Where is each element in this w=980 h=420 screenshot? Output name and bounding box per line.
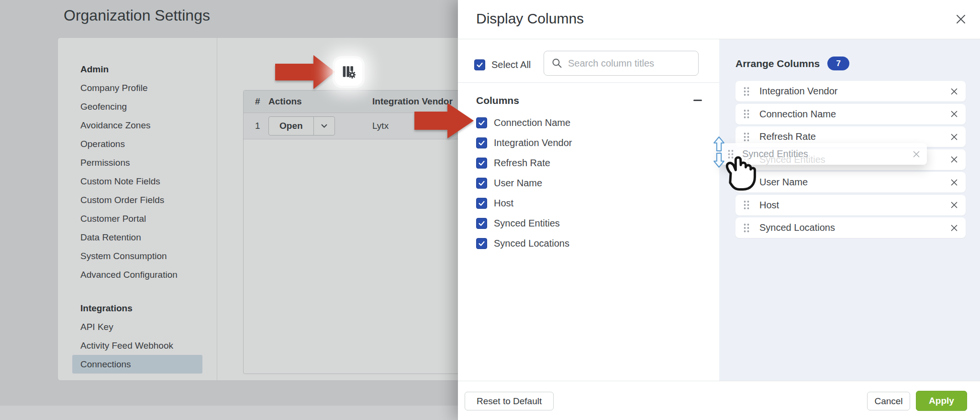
checkmark-icon xyxy=(478,159,486,167)
arrange-column-card[interactable]: Connection Name xyxy=(735,104,966,125)
apply-button[interactable]: Apply xyxy=(916,391,967,411)
modal-title: Display Columns xyxy=(476,11,584,27)
modal-header: Display Columns xyxy=(458,0,980,39)
column-label: Integration Vendor xyxy=(494,137,572,148)
remove-column-icon[interactable] xyxy=(950,88,958,95)
column-checkbox-row[interactable]: Refresh Rate xyxy=(476,153,572,173)
column-checkbox[interactable] xyxy=(476,137,487,148)
arrange-column-card[interactable]: User Name xyxy=(735,172,966,193)
column-count-badge: 7 xyxy=(827,57,849,70)
column-checkbox[interactable] xyxy=(476,158,487,169)
arrange-columns-heading: Arrange Columns xyxy=(735,58,820,69)
modal-footer: Reset to Default Cancel Apply xyxy=(458,381,980,420)
columns-section-heading: Columns xyxy=(476,95,519,106)
select-all-checkbox[interactable] xyxy=(474,59,485,70)
column-label: Connection Name xyxy=(494,117,570,128)
column-label: User Name xyxy=(494,178,542,189)
red-arrow-right-icon xyxy=(273,53,337,92)
remove-column-icon[interactable] xyxy=(950,156,958,163)
grab-hand-cursor-icon xyxy=(720,149,764,193)
remove-column-icon[interactable] xyxy=(950,179,958,186)
column-checkbox[interactable] xyxy=(476,117,487,128)
arrange-column-card[interactable]: Synced Locations xyxy=(735,217,966,238)
column-checkbox-row[interactable]: Synced Locations xyxy=(476,233,572,253)
arrange-column-card[interactable]: Integration Vendor xyxy=(735,81,966,102)
display-columns-modal: Display Columns Select All Colum xyxy=(458,0,980,420)
arrange-column-label: Host xyxy=(759,200,941,211)
close-icon[interactable] xyxy=(955,13,967,25)
select-all-row[interactable]: Select All xyxy=(474,59,531,70)
search-field[interactable] xyxy=(544,51,699,76)
remove-column-icon xyxy=(913,150,920,158)
collapse-minus-icon[interactable] xyxy=(693,100,702,101)
divider xyxy=(458,82,719,83)
screen: Organization Settings Admin Company Prof… xyxy=(0,0,980,420)
checkmark-icon xyxy=(478,239,486,248)
column-checkbox-row[interactable]: Connection Name xyxy=(476,113,572,133)
remove-column-icon[interactable] xyxy=(950,110,958,118)
red-arrow-right-icon xyxy=(411,100,478,142)
search-input[interactable] xyxy=(568,58,688,69)
column-label: Refresh Rate xyxy=(494,158,550,169)
remove-column-icon[interactable] xyxy=(950,201,958,209)
checkmark-icon xyxy=(478,119,486,127)
column-checkbox-row[interactable]: Synced Entities xyxy=(476,213,572,233)
arrange-column-label: Connection Name xyxy=(759,109,941,120)
remove-column-icon[interactable] xyxy=(950,224,958,232)
drag-handle-icon[interactable] xyxy=(743,87,750,96)
select-all-label: Select All xyxy=(491,59,531,70)
columns-pane: Select All Columns Con xyxy=(458,39,719,381)
cancel-button[interactable]: Cancel xyxy=(867,392,910,410)
checkmark-icon xyxy=(478,219,486,227)
column-label: Synced Locations xyxy=(494,238,569,249)
arrange-columns-header: Arrange Columns 7 xyxy=(735,57,849,70)
drag-handle-icon[interactable] xyxy=(743,132,750,142)
column-checkbox-row[interactable]: Host xyxy=(476,193,572,213)
column-checkbox[interactable] xyxy=(476,198,487,209)
arrange-column-card[interactable]: Host xyxy=(735,195,966,216)
column-checkbox[interactable] xyxy=(476,218,487,229)
column-label: Synced Entities xyxy=(494,218,560,229)
arrange-column-label: Refresh Rate xyxy=(759,131,941,142)
checkmark-icon xyxy=(478,179,486,187)
remove-column-icon[interactable] xyxy=(950,133,958,141)
arrange-column-label: User Name xyxy=(759,177,941,188)
column-checkbox-list: Connection Name Integration Vendor xyxy=(476,113,572,253)
arrange-column-label: Integration Vendor xyxy=(759,86,941,97)
drag-handle-icon[interactable] xyxy=(743,109,750,119)
reset-to-default-button[interactable]: Reset to Default xyxy=(465,392,554,410)
column-label: Host xyxy=(494,198,513,209)
dragged-column-label: Synced Entities xyxy=(742,148,904,159)
search-icon xyxy=(552,58,562,68)
column-checkbox[interactable] xyxy=(476,238,487,249)
arrange-column-label: Synced Locations xyxy=(759,222,941,233)
column-checkbox-row[interactable]: User Name xyxy=(476,173,572,193)
modal-body: Select All Columns Con xyxy=(458,39,980,381)
checkmark-icon xyxy=(478,139,486,147)
drag-handle-icon[interactable] xyxy=(743,223,750,233)
drag-handle-icon[interactable] xyxy=(743,200,750,210)
column-checkbox[interactable] xyxy=(476,178,487,189)
checkmark-icon xyxy=(476,61,484,69)
column-checkbox-row[interactable]: Integration Vendor xyxy=(476,133,572,153)
checkmark-icon xyxy=(478,199,486,207)
display-columns-button[interactable] xyxy=(335,58,362,86)
arrange-columns-pane: Arrange Columns 7 Integration Vendor xyxy=(719,39,980,381)
columns-settings-icon xyxy=(342,66,356,79)
